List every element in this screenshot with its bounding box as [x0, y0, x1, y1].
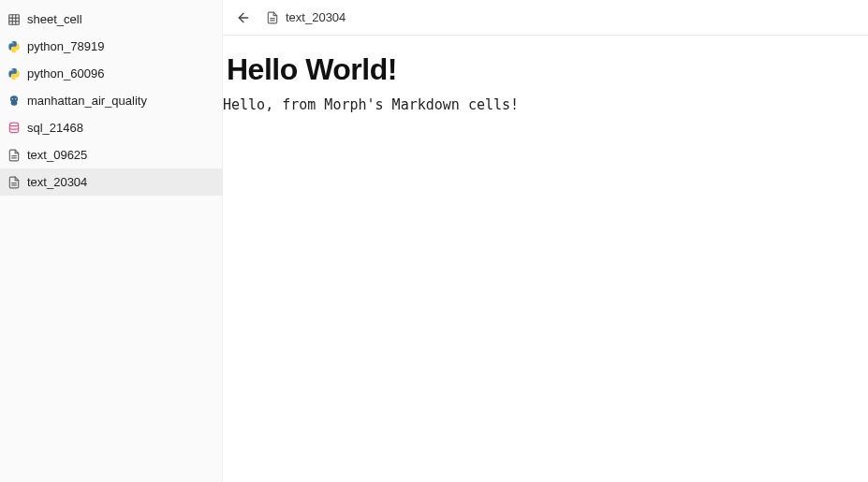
svg-point-6 — [15, 98, 16, 99]
sidebar-item-label: sheet_cell — [27, 12, 82, 26]
sql-icon — [7, 122, 21, 135]
body-text: Hello, from Morph's Markdown cells! — [223, 96, 868, 113]
python-icon — [7, 40, 21, 53]
python-icon — [7, 67, 21, 80]
main: text_20304 Hello World! Hello, from Morp… — [223, 0, 868, 482]
sidebar-item-label: python_78919 — [27, 39, 104, 53]
topbar: text_20304 — [223, 0, 868, 36]
svg-point-7 — [9, 123, 18, 126]
sidebar-item-text_09625[interactable]: text_09625 — [0, 141, 222, 168]
sidebar-item-label: text_20304 — [27, 175, 87, 189]
svg-rect-0 — [9, 14, 20, 24]
sidebar-item-text_20304[interactable]: text_20304 — [0, 168, 222, 196]
text-icon — [7, 149, 21, 162]
sidebar-item-label: sql_21468 — [27, 121, 83, 135]
sidebar-item-sql_21468[interactable]: sql_21468 — [0, 114, 222, 141]
postgres-icon — [7, 95, 21, 108]
table-icon — [7, 13, 21, 26]
back-button[interactable] — [234, 8, 253, 27]
text-icon — [7, 176, 21, 189]
text-icon — [266, 11, 279, 24]
sidebar-item-python_78919[interactable]: python_78919 — [0, 33, 222, 60]
sidebar: sheet_cellpython_78919python_60096manhat… — [0, 0, 223, 482]
sidebar-item-label: text_09625 — [27, 148, 87, 162]
svg-point-5 — [12, 98, 13, 99]
page-heading: Hello World! — [223, 52, 868, 96]
file-name: text_20304 — [286, 10, 346, 24]
sidebar-item-sheet_cell[interactable]: sheet_cell — [0, 6, 222, 33]
breadcrumb: text_20304 — [266, 10, 346, 24]
content: Hello World! Hello, from Morph's Markdow… — [223, 36, 868, 482]
sidebar-item-python_60096[interactable]: python_60096 — [0, 60, 222, 87]
sidebar-item-label: python_60096 — [27, 66, 104, 80]
sidebar-item-manhattan_air_quality[interactable]: manhattan_air_quality — [0, 87, 222, 114]
arrow-left-icon — [236, 10, 251, 25]
sidebar-item-label: manhattan_air_quality — [27, 94, 147, 108]
